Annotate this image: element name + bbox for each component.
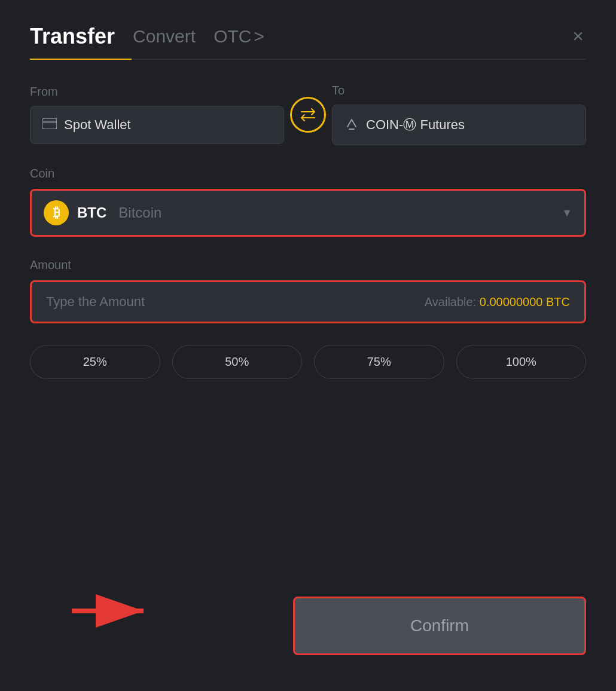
pct-75-button[interactable]: 75% xyxy=(314,345,444,379)
pct-100-button[interactable]: 100% xyxy=(456,345,587,379)
coin-select[interactable]: ₿ BTC Bitcoin ▼ xyxy=(30,189,586,237)
transfer-modal: Transfer Convert OTC > × From xyxy=(0,0,616,691)
available-text: Available: 0.00000000 BTC xyxy=(425,295,570,309)
amount-input[interactable] xyxy=(46,294,308,310)
svg-rect-0 xyxy=(42,118,57,129)
percentage-row: 25% 50% 75% 100% xyxy=(30,345,586,379)
confirm-button[interactable]: Confirm xyxy=(293,597,586,655)
pct-50-button[interactable]: 50% xyxy=(172,345,303,379)
pct-25-button[interactable]: 25% xyxy=(30,345,160,379)
from-to-row: From Spot Wallet xyxy=(30,84,586,145)
to-wallet-select[interactable]: COIN-Ⓜ Futures xyxy=(332,105,586,145)
to-wallet-label: COIN-Ⓜ Futures xyxy=(366,116,465,134)
swap-button-column xyxy=(284,97,332,133)
tab-underline xyxy=(30,59,586,60)
from-wallet-select[interactable]: Spot Wallet xyxy=(30,106,284,144)
futures-icon xyxy=(344,117,359,133)
svg-rect-1 xyxy=(42,121,57,123)
swap-button[interactable] xyxy=(290,97,326,133)
to-column: To COIN-Ⓜ Futures xyxy=(332,84,586,145)
from-wallet-label: Spot Wallet xyxy=(64,117,131,133)
available-amount: 0.00000000 BTC xyxy=(480,295,570,308)
arrow-indicator xyxy=(66,581,150,643)
amount-input-box: Available: 0.00000000 BTC xyxy=(30,280,586,323)
tab-transfer[interactable]: Transfer xyxy=(30,24,115,59)
amount-label: Amount xyxy=(30,258,586,272)
confirm-section: Confirm xyxy=(30,597,586,655)
active-tab-indicator xyxy=(30,59,132,60)
wallet-icon xyxy=(42,118,57,132)
from-label: From xyxy=(30,85,284,99)
to-label: To xyxy=(332,84,586,97)
from-to-section: From Spot Wallet xyxy=(30,84,586,145)
btc-icon: ₿ xyxy=(44,200,69,225)
close-button[interactable]: × xyxy=(570,24,586,48)
coin-symbol: BTC xyxy=(77,204,106,221)
from-column: From Spot Wallet xyxy=(30,85,284,144)
chevron-down-icon: ▼ xyxy=(562,207,572,219)
tab-convert[interactable]: Convert xyxy=(133,26,196,56)
tab-otc[interactable]: OTC > xyxy=(214,26,264,56)
coin-full-name: Bitcoin xyxy=(118,204,161,221)
header: Transfer Convert OTC > × xyxy=(30,24,586,59)
amount-section: Amount Available: 0.00000000 BTC xyxy=(30,258,586,323)
coin-label: Coin xyxy=(30,167,586,181)
coin-section: Coin ₿ BTC Bitcoin ▼ xyxy=(30,167,586,237)
